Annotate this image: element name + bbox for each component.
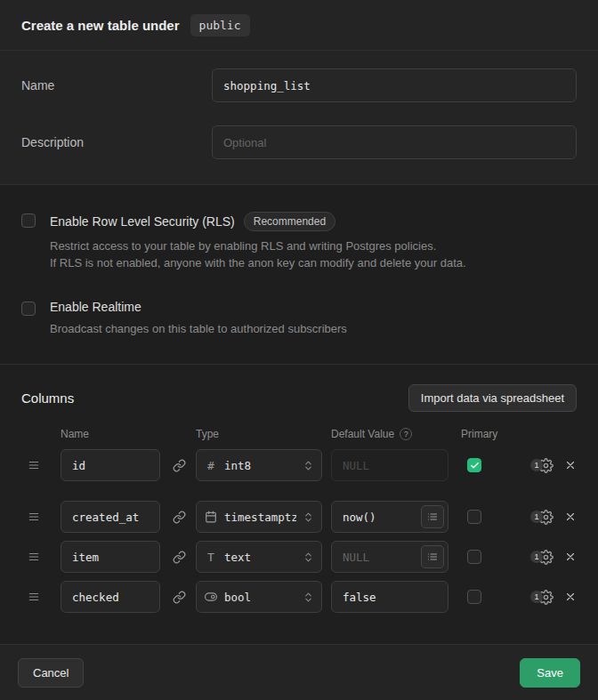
header-default-label: Default Value	[331, 428, 394, 440]
realtime-checkbox[interactable]	[21, 302, 36, 316]
save-button[interactable]: Save	[520, 658, 580, 688]
row-actions: 1	[530, 550, 577, 565]
column-type-select[interactable]: T text	[196, 541, 322, 573]
primary-checkbox[interactable]	[467, 458, 481, 472]
primary-cell	[448, 590, 500, 604]
toggles-section: Enable Row Level Security (RLS) Recommen…	[0, 185, 598, 365]
rls-description-line2: If RLS is not enabled, anyone with the a…	[50, 254, 466, 271]
column-type-label: text	[224, 551, 296, 564]
text-type-icon: T	[204, 551, 218, 564]
description-form-row: Description	[0, 125, 598, 159]
chevrons-up-down-icon	[303, 460, 314, 471]
basic-info-section: Name Description	[0, 51, 598, 185]
rls-checkbox[interactable]	[21, 213, 36, 228]
column-row-checked: bool 1	[0, 581, 598, 613]
panel-footer: Cancel Save	[0, 644, 598, 700]
header-name: Name	[61, 428, 196, 440]
create-table-panel: Create a new table under public Name Des…	[0, 0, 598, 700]
chevrons-up-down-icon	[303, 551, 314, 563]
foreign-key-link-icon[interactable]	[167, 454, 190, 477]
primary-cell	[448, 510, 500, 524]
foreign-key-link-icon[interactable]	[167, 585, 190, 608]
settings-count-badge: 1	[530, 459, 543, 471]
panel-header: Create a new table under public	[0, 0, 598, 51]
table-description-input[interactable]	[212, 125, 577, 159]
chevrons-up-down-icon	[303, 511, 314, 523]
rls-description-line1: Restrict access to your table by enablin…	[50, 237, 466, 254]
column-name-input[interactable]	[61, 581, 160, 613]
column-type-label: bool	[224, 591, 296, 604]
default-value-cell	[331, 541, 448, 573]
recommended-badge: Recommended	[244, 212, 335, 231]
default-suggestions-icon[interactable]	[421, 505, 444, 528]
rls-toggle-content: Enable Row Level Security (RLS) Recommen…	[50, 212, 466, 271]
row-actions: 1	[530, 510, 577, 525]
rls-label: Enable Row Level Security (RLS)	[50, 214, 235, 229]
help-icon[interactable]: ?	[400, 428, 412, 440]
primary-checkbox[interactable]	[467, 510, 481, 524]
rls-toggle-row: Enable Row Level Security (RLS) Recommen…	[21, 212, 577, 271]
settings-count-badge: 1	[530, 551, 543, 563]
row-actions: 1	[530, 590, 577, 605]
hash-icon: #	[204, 459, 218, 472]
drag-handle-icon[interactable]	[21, 459, 46, 471]
column-settings-button[interactable]: 1	[530, 590, 554, 605]
column-type-select[interactable]: bool	[196, 581, 322, 613]
realtime-toggle-row: Enable Realtime Broadcast changes on thi…	[21, 300, 577, 337]
rls-description: Restrict access to your table by enablin…	[50, 237, 466, 271]
column-settings-button[interactable]: 1	[530, 550, 554, 565]
column-row-id: # int8 1	[0, 449, 598, 481]
column-row-item: T text 1	[0, 541, 598, 573]
column-type-label: timestamptz	[224, 511, 296, 524]
remove-column-icon[interactable]	[564, 459, 577, 471]
column-row-created-at: timestamptz 1	[0, 501, 598, 533]
remove-column-icon[interactable]	[564, 511, 577, 523]
primary-checkbox[interactable]	[467, 550, 481, 564]
column-type-label: int8	[224, 459, 296, 472]
realtime-label: Enable Realtime	[50, 300, 141, 314]
settings-count-badge: 1	[530, 591, 543, 603]
column-name-input[interactable]	[61, 449, 160, 481]
drag-handle-icon[interactable]	[21, 591, 46, 603]
primary-cell	[448, 458, 500, 472]
row-actions: 1	[530, 458, 577, 473]
column-type-select[interactable]: # int8	[196, 449, 322, 481]
column-name-input[interactable]	[61, 501, 160, 533]
column-name-input[interactable]	[61, 541, 160, 573]
column-settings-button[interactable]: 1	[530, 510, 554, 525]
header-type: Type	[196, 428, 331, 440]
description-label: Description	[21, 135, 212, 149]
calendar-icon	[204, 511, 218, 523]
name-form-row: Name	[0, 68, 598, 102]
header-default-value: Default Value ?	[331, 428, 448, 440]
schema-badge: public	[190, 14, 250, 36]
boolean-toggle-icon	[204, 591, 218, 603]
name-label: Name	[21, 78, 212, 93]
column-type-select[interactable]: timestamptz	[196, 501, 322, 533]
settings-count-badge: 1	[530, 511, 543, 523]
default-value-cell	[331, 501, 448, 533]
columns-section: Columns Import data via spreadsheet Name…	[0, 365, 598, 644]
default-suggestions-icon[interactable]	[421, 545, 444, 568]
remove-column-icon[interactable]	[564, 591, 577, 603]
import-spreadsheet-button[interactable]: Import data via spreadsheet	[408, 384, 577, 412]
remove-column-icon[interactable]	[564, 551, 577, 563]
header-primary: Primary	[448, 428, 497, 440]
default-value-cell	[331, 581, 448, 613]
foreign-key-link-icon[interactable]	[167, 545, 190, 568]
default-value-cell	[331, 449, 448, 481]
cancel-button[interactable]: Cancel	[18, 658, 84, 688]
column-default-input[interactable]	[331, 581, 448, 613]
panel-title: Create a new table under	[21, 18, 180, 33]
chevrons-up-down-icon	[303, 591, 314, 603]
realtime-toggle-content: Enable Realtime Broadcast changes on thi…	[50, 300, 347, 337]
primary-checkbox[interactable]	[467, 590, 481, 604]
drag-handle-icon[interactable]	[21, 511, 46, 523]
foreign-key-link-icon[interactable]	[167, 505, 190, 528]
columns-header-row: Name Type Default Value ? Primary	[0, 428, 598, 440]
drag-handle-icon[interactable]	[21, 551, 46, 563]
columns-section-title: Columns	[21, 390, 74, 406]
primary-cell	[448, 550, 500, 564]
column-settings-button[interactable]: 1	[530, 458, 554, 473]
table-name-input[interactable]	[212, 68, 577, 102]
